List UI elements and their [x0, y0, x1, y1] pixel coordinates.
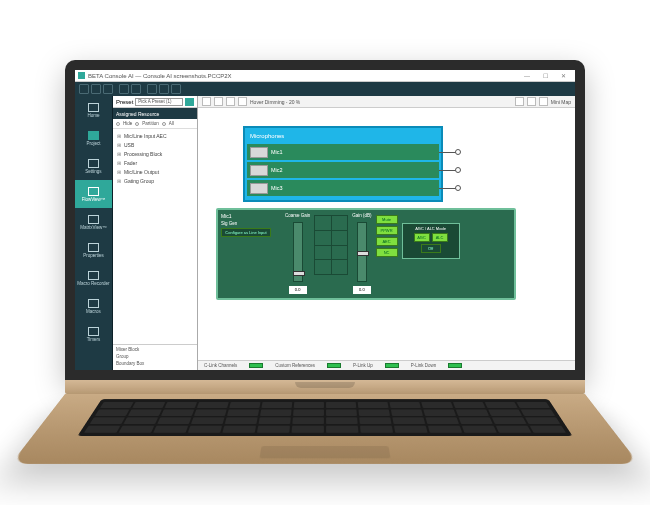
window-titlebar: BETA Console AI — Console AI screenshots…: [75, 70, 575, 82]
toolbar-icon[interactable]: [103, 84, 113, 94]
grid-toggle-button[interactable]: [527, 97, 536, 106]
nav-macro-recorder[interactable]: Macro Recorder: [75, 264, 112, 292]
flow-canvas[interactable]: Microphones Mic1 Mic2 Mic3 Mic1 Sig Gen …: [198, 108, 575, 370]
side-nav: Home Project Settings FlowView™ MatrixVi…: [75, 96, 113, 370]
fine-gain-fader[interactable]: [357, 222, 367, 282]
aec-button[interactable]: AEC: [376, 237, 398, 246]
mic-block[interactable]: Mic3: [247, 180, 439, 196]
mic-icon: [250, 165, 268, 176]
minimap-icon[interactable]: [539, 97, 548, 106]
output-port[interactable]: [455, 167, 461, 173]
flowview-icon: [88, 187, 99, 196]
output-port[interactable]: [455, 149, 461, 155]
output-port[interactable]: [455, 185, 461, 191]
expand-icon[interactable]: ⊞: [116, 142, 122, 148]
nav-label: Settings: [85, 169, 101, 174]
microphones-group[interactable]: Microphones Mic1 Mic2 Mic3: [243, 126, 443, 202]
fine-gain-value[interactable]: 0.0: [353, 286, 371, 294]
preset-apply-button[interactable]: [185, 98, 194, 106]
minimap-label: Mini Map: [551, 99, 571, 105]
line-input-toggle[interactable]: Configure as Line Input: [221, 228, 271, 237]
tree-node[interactable]: ⊞Fader: [116, 158, 194, 167]
window-minimize-button[interactable]: —: [518, 73, 536, 79]
ppwr-button[interactable]: PPWR: [376, 226, 398, 235]
radio-all[interactable]: [162, 122, 166, 126]
nav-timers[interactable]: Timers: [75, 320, 112, 348]
app-window: BETA Console AI — Console AI screenshots…: [75, 70, 575, 370]
mic-block[interactable]: Mic1: [247, 144, 439, 160]
channel-mixer-panel[interactable]: Mic1 Sig Gen Configure as Line Input Coa…: [216, 208, 516, 300]
home-icon: [88, 103, 99, 112]
resource-filter-row: Hide Partition All: [113, 119, 197, 129]
project-icon: [88, 131, 99, 140]
window-maximize-button[interactable]: ☐: [536, 72, 554, 79]
window-close-button[interactable]: ✕: [554, 72, 572, 79]
tree-node[interactable]: ⊞Processing Block: [116, 149, 194, 158]
settings-icon: [88, 159, 99, 168]
toolbar-icon[interactable]: [119, 84, 129, 94]
coarse-gain-label: Coarse Gain: [285, 213, 310, 218]
laptop-frame: BETA Console AI — Console AI screenshots…: [65, 60, 585, 484]
nav-label: Timers: [87, 337, 101, 342]
canvas-tool-button[interactable]: [202, 97, 211, 106]
window-title: BETA Console AI — Console AI screenshots…: [88, 73, 518, 79]
preset-label: Preset: [116, 99, 133, 105]
tree-node[interactable]: ⊞Gating Group: [116, 176, 194, 185]
grid-toggle-button[interactable]: [515, 97, 524, 106]
tree-node[interactable]: ⊞USB: [116, 140, 194, 149]
nav-macros[interactable]: Macros: [75, 292, 112, 320]
nav-matrixview[interactable]: MatrixView™: [75, 208, 112, 236]
status-led: [385, 363, 399, 368]
tree-node[interactable]: ⊞Mic/Line Output: [116, 167, 194, 176]
tree-node[interactable]: ⊞Mic/Line Input AEC: [116, 131, 194, 140]
group-title: Microphones: [247, 130, 439, 142]
sig-gen-label: Sig Gen: [221, 221, 281, 226]
nav-properties[interactable]: Properties: [75, 236, 112, 264]
expand-icon[interactable]: ⊞: [116, 160, 122, 166]
canvas-tool-button[interactable]: [226, 97, 235, 106]
agc-off-button[interactable]: Off: [421, 244, 441, 253]
toolbar-icon[interactable]: [159, 84, 169, 94]
nav-label: MatrixView™: [80, 225, 106, 230]
toolbar-icon[interactable]: [171, 84, 181, 94]
canvas-tool-button[interactable]: [238, 97, 247, 106]
nc-button[interactable]: NC: [376, 248, 398, 257]
screen-bezel: BETA Console AI — Console AI screenshots…: [65, 60, 585, 380]
toolbar-icon[interactable]: [91, 84, 101, 94]
nav-settings[interactable]: Settings: [75, 152, 112, 180]
alc-button[interactable]: ALC: [432, 233, 448, 242]
resource-bottom-list: Mixer Block Group Boundary Box: [113, 344, 197, 370]
expand-icon[interactable]: ⊞: [116, 178, 122, 184]
mic-icon: [250, 147, 268, 158]
canvas-tool-button[interactable]: [214, 97, 223, 106]
mute-button[interactable]: Mute: [376, 215, 398, 224]
agc-button[interactable]: AGC: [414, 233, 430, 242]
fader-knob[interactable]: [357, 251, 369, 256]
expand-icon[interactable]: ⊞: [116, 151, 122, 157]
tree-label: Processing Block: [124, 151, 162, 157]
list-item[interactable]: Group: [116, 354, 194, 361]
nav-home[interactable]: Home: [75, 96, 112, 124]
expand-icon[interactable]: ⊞: [116, 169, 122, 175]
radio-hide[interactable]: [116, 122, 120, 126]
toolbar-icon[interactable]: [79, 84, 89, 94]
trackpad: [259, 446, 390, 458]
nav-flowview[interactable]: FlowView™: [75, 180, 112, 208]
radio-partition[interactable]: [135, 122, 139, 126]
fader-knob[interactable]: [293, 271, 305, 276]
list-item[interactable]: Mixer Block: [116, 347, 194, 354]
mic-block[interactable]: Mic2: [247, 162, 439, 178]
preset-select[interactable]: Pick A Preset (1): [135, 98, 183, 106]
nav-project[interactable]: Project: [75, 124, 112, 152]
tree-label: Fader: [124, 160, 137, 166]
coarse-gain-fader[interactable]: [293, 222, 303, 282]
list-item[interactable]: Boundary Box: [116, 361, 194, 368]
recorder-icon: [88, 271, 99, 280]
toolbar-icon[interactable]: [147, 84, 157, 94]
resource-tree: ⊞Mic/Line Input AEC ⊞USB ⊞Processing Blo…: [113, 129, 197, 344]
mic-icon: [250, 183, 268, 194]
app-logo-icon: [78, 72, 85, 79]
coarse-gain-value[interactable]: 0.0: [289, 286, 307, 294]
toolbar-icon[interactable]: [131, 84, 141, 94]
expand-icon[interactable]: ⊞: [116, 133, 122, 139]
